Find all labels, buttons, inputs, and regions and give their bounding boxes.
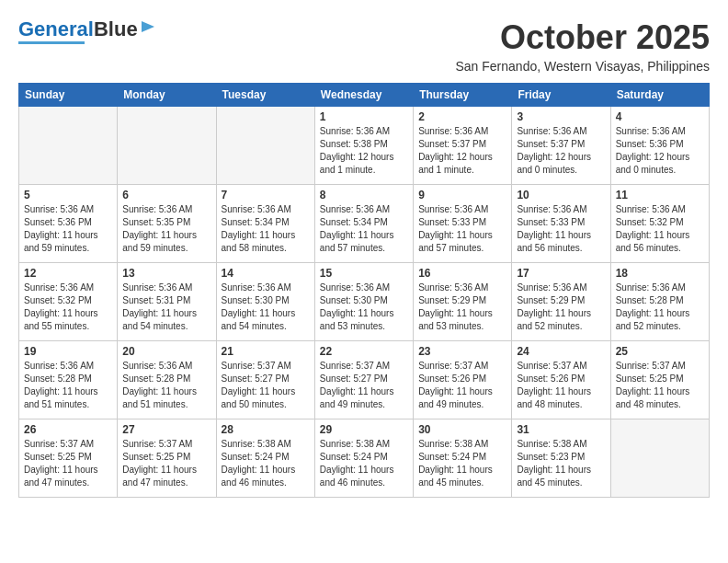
calendar-cell: 29Sunrise: 5:38 AMSunset: 5:24 PMDayligh… [314, 419, 413, 498]
day-info: Sunrise: 5:36 AMSunset: 5:28 PMDaylight:… [24, 360, 112, 411]
day-info: Sunrise: 5:36 AMSunset: 5:29 PMDaylight:… [418, 282, 506, 333]
day-info: Sunrise: 5:38 AMSunset: 5:24 PMDaylight:… [222, 438, 310, 489]
calendar-cell: 6Sunrise: 5:36 AMSunset: 5:35 PMDaylight… [118, 185, 216, 263]
calendar-cell: 19Sunrise: 5:36 AMSunset: 5:28 PMDayligh… [19, 341, 118, 419]
page: GeneralBlue October 2025 San Fernando, W… [0, 0, 728, 507]
calendar-cell: 17Sunrise: 5:36 AMSunset: 5:29 PMDayligh… [512, 263, 610, 341]
day-number: 2 [418, 110, 506, 123]
day-number: 21 [222, 345, 310, 358]
day-number: 3 [517, 110, 605, 123]
day-info: Sunrise: 5:36 AMSunset: 5:28 PMDaylight:… [616, 282, 704, 333]
header-thursday: Thursday [414, 84, 512, 107]
day-number: 31 [517, 423, 605, 436]
day-info: Sunrise: 5:36 AMSunset: 5:30 PMDaylight:… [320, 282, 408, 333]
logo-blue-text: Blue [94, 17, 138, 40]
calendar-cell [19, 107, 118, 185]
calendar-cell: 1Sunrise: 5:36 AMSunset: 5:38 PMDaylight… [314, 107, 413, 185]
calendar-cell: 22Sunrise: 5:37 AMSunset: 5:27 PMDayligh… [314, 341, 413, 419]
week-row-1: 1Sunrise: 5:36 AMSunset: 5:38 PMDaylight… [19, 107, 710, 185]
calendar-cell: 3Sunrise: 5:36 AMSunset: 5:37 PMDaylight… [512, 107, 610, 185]
calendar-cell: 12Sunrise: 5:36 AMSunset: 5:32 PMDayligh… [19, 263, 118, 341]
day-info: Sunrise: 5:36 AMSunset: 5:36 PMDaylight:… [616, 125, 704, 177]
day-info: Sunrise: 5:36 AMSunset: 5:29 PMDaylight:… [517, 282, 605, 333]
day-number: 19 [24, 345, 112, 358]
day-number: 29 [320, 423, 408, 436]
day-info: Sunrise: 5:38 AMSunset: 5:24 PMDaylight:… [418, 438, 506, 489]
calendar-cell [118, 107, 216, 185]
day-number: 8 [320, 189, 408, 201]
week-row-2: 5Sunrise: 5:36 AMSunset: 5:36 PMDaylight… [19, 185, 710, 263]
day-info: Sunrise: 5:36 AMSunset: 5:28 PMDaylight:… [122, 360, 210, 411]
calendar-cell: 30Sunrise: 5:38 AMSunset: 5:24 PMDayligh… [414, 419, 512, 498]
day-number: 22 [320, 345, 408, 358]
day-info: Sunrise: 5:36 AMSunset: 5:36 PMDaylight:… [24, 203, 112, 255]
day-info: Sunrise: 5:36 AMSunset: 5:38 PMDaylight:… [320, 125, 408, 177]
day-info: Sunrise: 5:37 AMSunset: 5:27 PMDaylight:… [320, 360, 408, 411]
day-info: Sunrise: 5:36 AMSunset: 5:33 PMDaylight:… [517, 203, 605, 255]
calendar-cell: 5Sunrise: 5:36 AMSunset: 5:36 PMDaylight… [19, 185, 118, 263]
calendar-cell: 4Sunrise: 5:36 AMSunset: 5:36 PMDaylight… [610, 107, 709, 185]
day-number: 15 [320, 267, 408, 280]
day-info: Sunrise: 5:36 AMSunset: 5:37 PMDaylight:… [418, 125, 506, 177]
calendar-cell: 15Sunrise: 5:36 AMSunset: 5:30 PMDayligh… [314, 263, 413, 341]
calendar-cell: 8Sunrise: 5:36 AMSunset: 5:34 PMDaylight… [314, 185, 413, 263]
header-sunday: Sunday [19, 84, 118, 107]
calendar-cell: 21Sunrise: 5:37 AMSunset: 5:27 PMDayligh… [216, 341, 314, 419]
title-block: October 2025 San Fernando, Western Visay… [455, 18, 710, 74]
day-info: Sunrise: 5:36 AMSunset: 5:33 PMDaylight:… [418, 203, 506, 255]
calendar-cell: 9Sunrise: 5:36 AMSunset: 5:33 PMDaylight… [414, 185, 512, 263]
logo: GeneralBlue [18, 18, 156, 44]
header-tuesday: Tuesday [216, 84, 314, 107]
week-row-5: 26Sunrise: 5:37 AMSunset: 5:25 PMDayligh… [19, 419, 710, 498]
day-number: 28 [222, 423, 310, 436]
day-number: 1 [320, 110, 408, 123]
calendar-cell: 18Sunrise: 5:36 AMSunset: 5:28 PMDayligh… [610, 263, 709, 341]
day-number: 23 [418, 345, 506, 358]
day-number: 6 [122, 189, 210, 201]
day-number: 10 [517, 189, 605, 201]
day-number: 5 [24, 189, 112, 201]
day-number: 12 [24, 267, 112, 280]
day-info: Sunrise: 5:37 AMSunset: 5:25 PMDaylight:… [122, 438, 210, 489]
day-number: 14 [222, 267, 310, 280]
calendar-cell: 2Sunrise: 5:36 AMSunset: 5:37 PMDaylight… [414, 107, 512, 185]
day-info: Sunrise: 5:37 AMSunset: 5:26 PMDaylight:… [517, 360, 605, 411]
day-info: Sunrise: 5:36 AMSunset: 5:31 PMDaylight:… [122, 282, 210, 333]
calendar-cell: 27Sunrise: 5:37 AMSunset: 5:25 PMDayligh… [118, 419, 216, 498]
day-number: 30 [418, 423, 506, 436]
calendar-cell: 28Sunrise: 5:38 AMSunset: 5:24 PMDayligh… [216, 419, 314, 498]
logo-arrow-icon [140, 18, 156, 35]
day-info: Sunrise: 5:36 AMSunset: 5:34 PMDaylight:… [222, 203, 310, 255]
day-info: Sunrise: 5:37 AMSunset: 5:27 PMDaylight:… [222, 360, 310, 411]
header-wednesday: Wednesday [314, 84, 413, 107]
calendar-cell: 26Sunrise: 5:37 AMSunset: 5:25 PMDayligh… [19, 419, 118, 498]
calendar-cell: 11Sunrise: 5:36 AMSunset: 5:32 PMDayligh… [610, 185, 709, 263]
calendar-cell: 14Sunrise: 5:36 AMSunset: 5:30 PMDayligh… [216, 263, 314, 341]
day-number: 25 [616, 345, 704, 358]
day-info: Sunrise: 5:37 AMSunset: 5:26 PMDaylight:… [418, 360, 506, 411]
calendar-cell: 24Sunrise: 5:37 AMSunset: 5:26 PMDayligh… [512, 341, 610, 419]
header: GeneralBlue October 2025 San Fernando, W… [18, 18, 710, 74]
calendar-cell: 13Sunrise: 5:36 AMSunset: 5:31 PMDayligh… [118, 263, 216, 341]
day-info: Sunrise: 5:36 AMSunset: 5:32 PMDaylight:… [24, 282, 112, 333]
day-info: Sunrise: 5:36 AMSunset: 5:34 PMDaylight:… [320, 203, 408, 255]
calendar-cell: 20Sunrise: 5:36 AMSunset: 5:28 PMDayligh… [118, 341, 216, 419]
calendar-cell: 16Sunrise: 5:36 AMSunset: 5:29 PMDayligh… [414, 263, 512, 341]
calendar-cell: 10Sunrise: 5:36 AMSunset: 5:33 PMDayligh… [512, 185, 610, 263]
calendar-cell: 7Sunrise: 5:36 AMSunset: 5:34 PMDaylight… [216, 185, 314, 263]
svg-marker-0 [142, 21, 154, 32]
logo-general: General [18, 17, 94, 40]
month-year: October 2025 [455, 18, 710, 57]
logo-underline [18, 41, 85, 44]
header-friday: Friday [512, 84, 610, 107]
day-info: Sunrise: 5:36 AMSunset: 5:35 PMDaylight:… [122, 203, 210, 255]
day-number: 11 [616, 189, 704, 201]
day-number: 18 [616, 267, 704, 280]
week-row-3: 12Sunrise: 5:36 AMSunset: 5:32 PMDayligh… [19, 263, 710, 341]
calendar-cell: 23Sunrise: 5:37 AMSunset: 5:26 PMDayligh… [414, 341, 512, 419]
calendar-header-row: Sunday Monday Tuesday Wednesday Thursday… [19, 84, 710, 107]
day-info: Sunrise: 5:38 AMSunset: 5:23 PMDaylight:… [517, 438, 605, 489]
day-number: 24 [517, 345, 605, 358]
day-number: 20 [122, 345, 210, 358]
calendar-cell [216, 107, 314, 185]
